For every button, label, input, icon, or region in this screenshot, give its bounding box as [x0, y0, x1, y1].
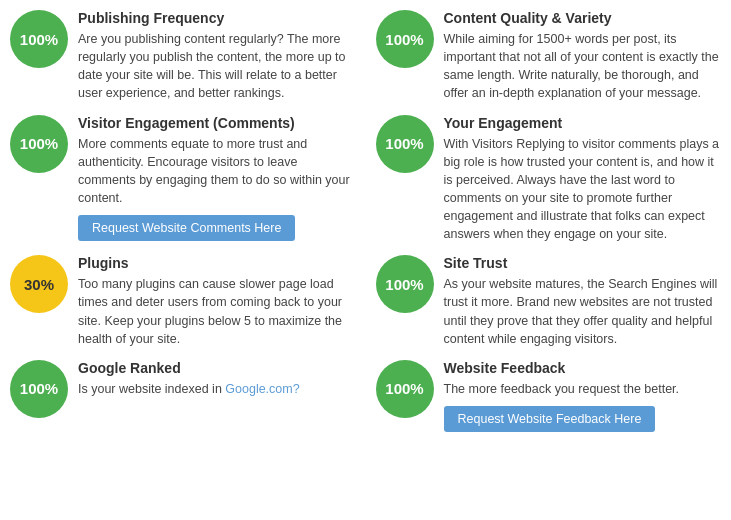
- title-plugins: Plugins: [78, 255, 356, 271]
- metric-item-publishing-frequency: 100%Publishing FrequencyAre you publishi…: [10, 10, 356, 103]
- content-your-engagement: Your EngagementWith Visitors Replying to…: [444, 115, 722, 244]
- content-publishing-frequency: Publishing FrequencyAre you publishing c…: [78, 10, 356, 103]
- circle-visitor-engagement: 100%: [10, 115, 68, 173]
- metric-item-content-quality: 100%Content Quality & VarietyWhile aimin…: [376, 10, 722, 103]
- title-google-ranked: Google Ranked: [78, 360, 356, 376]
- title-website-feedback: Website Feedback: [444, 360, 722, 376]
- title-your-engagement: Your Engagement: [444, 115, 722, 131]
- circle-plugins: 30%: [10, 255, 68, 313]
- text-visitor-engagement: More comments equate to more trust and a…: [78, 135, 356, 208]
- metric-item-your-engagement: 100%Your EngagementWith Visitors Replyin…: [376, 115, 722, 244]
- content-visitor-engagement: Visitor Engagement (Comments)More commen…: [78, 115, 356, 242]
- content-site-trust: Site TrustAs your website matures, the S…: [444, 255, 722, 348]
- metric-item-plugins: 30%PluginsToo many plugins can cause slo…: [10, 255, 356, 348]
- text-plugins: Too many plugins can cause slower page l…: [78, 275, 356, 348]
- button-website-feedback[interactable]: Request Website Feedback Here: [444, 406, 656, 432]
- title-content-quality: Content Quality & Variety: [444, 10, 722, 26]
- circle-google-ranked: 100%: [10, 360, 68, 418]
- title-site-trust: Site Trust: [444, 255, 722, 271]
- circle-publishing-frequency: 100%: [10, 10, 68, 68]
- title-publishing-frequency: Publishing Frequency: [78, 10, 356, 26]
- metrics-grid: 100%Publishing FrequencyAre you publishi…: [10, 10, 721, 432]
- text-site-trust: As your website matures, the Search Engi…: [444, 275, 722, 348]
- circle-content-quality: 100%: [376, 10, 434, 68]
- content-plugins: PluginsToo many plugins can cause slower…: [78, 255, 356, 348]
- content-google-ranked: Google RankedIs your website indexed in …: [78, 360, 356, 398]
- circle-your-engagement: 100%: [376, 115, 434, 173]
- metric-item-visitor-engagement: 100%Visitor Engagement (Comments)More co…: [10, 115, 356, 244]
- button-visitor-engagement[interactable]: Request Website Comments Here: [78, 215, 295, 241]
- text-your-engagement: With Visitors Replying to visitor commen…: [444, 135, 722, 244]
- link-google-ranked[interactable]: Google.com?: [225, 382, 299, 396]
- text-website-feedback: The more feedback you request the better…: [444, 380, 722, 398]
- text-google-ranked: Is your website indexed in Google.com?: [78, 380, 356, 398]
- text-content-quality: While aiming for 1500+ words per post, i…: [444, 30, 722, 103]
- metric-item-site-trust: 100%Site TrustAs your website matures, t…: [376, 255, 722, 348]
- circle-website-feedback: 100%: [376, 360, 434, 418]
- title-visitor-engagement: Visitor Engagement (Comments): [78, 115, 356, 131]
- metric-item-google-ranked: 100%Google RankedIs your website indexed…: [10, 360, 356, 432]
- text-publishing-frequency: Are you publishing content regularly? Th…: [78, 30, 356, 103]
- circle-site-trust: 100%: [376, 255, 434, 313]
- content-content-quality: Content Quality & VarietyWhile aiming fo…: [444, 10, 722, 103]
- metric-item-website-feedback: 100%Website FeedbackThe more feedback yo…: [376, 360, 722, 432]
- content-website-feedback: Website FeedbackThe more feedback you re…: [444, 360, 722, 432]
